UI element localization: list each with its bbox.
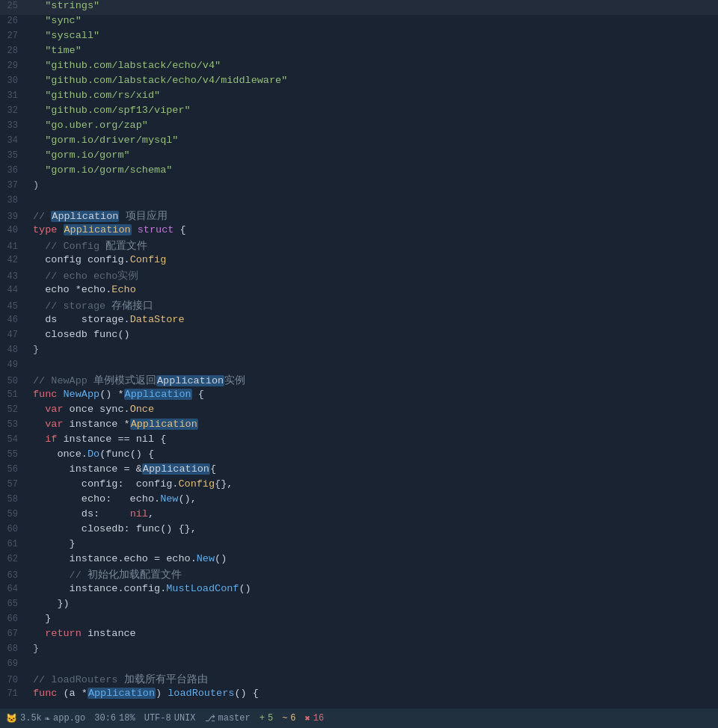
- token: }: [33, 344, 39, 355]
- line-content: "github.com/rs/xid": [33, 90, 718, 101]
- token: 加载所有平台路由: [124, 674, 208, 685]
- line-content: "gorm.io/gorm": [33, 149, 718, 161]
- line-content: [33, 658, 718, 669]
- line-number: 56: [0, 464, 24, 475]
- token: once sync.: [64, 404, 130, 415]
- line-content: ): [33, 179, 718, 191]
- line-content: func (a *Application) loadRouters() {: [33, 688, 718, 699]
- token: func: [33, 389, 64, 400]
- token: //: [33, 570, 88, 581]
- line-content: instance = &Application{: [33, 463, 718, 475]
- line-number: 28: [0, 46, 24, 56]
- error-icon: ✖: [305, 713, 310, 724]
- code-line: 64 instance.config.MustLoadConf(): [0, 583, 718, 598]
- code-line: 68}: [0, 643, 718, 658]
- status-added: +5: [260, 713, 273, 724]
- code-editor[interactable]: 25 "strings"26 "sync"27 "syscall"28 "tim…: [0, 0, 718, 709]
- token: (func() {: [99, 448, 154, 460]
- code-line: 59 ds: nil,: [0, 508, 718, 523]
- token: var: [45, 419, 63, 430]
- line-content: if instance == nil {: [33, 434, 718, 445]
- line-number: 37: [0, 180, 24, 191]
- line-number: 43: [0, 271, 24, 282]
- token: {: [210, 463, 216, 475]
- position-text: 30:6: [94, 713, 116, 724]
- line-number: 55: [0, 449, 24, 460]
- line-number: 59: [0, 509, 24, 519]
- token: }: [33, 613, 51, 624]
- line-content: "github.com/spf13/viper": [33, 105, 718, 116]
- token: var: [45, 404, 63, 415]
- line-number: 63: [0, 570, 24, 581]
- line-number: 65: [0, 599, 24, 609]
- line-number: 71: [0, 688, 24, 699]
- token: instance: [82, 628, 136, 639]
- code-line: 31 "github.com/rs/xid": [0, 90, 718, 105]
- line-content: echo: echo.New(),: [33, 493, 718, 505]
- token: "go.uber.org/zap": [33, 120, 148, 131]
- line-content: // loadRouters 加载所有平台路由: [33, 673, 718, 686]
- token: [33, 419, 45, 430]
- token: // storage: [33, 300, 111, 312]
- token: "strings": [33, 0, 99, 11]
- token: DataStore: [130, 314, 185, 325]
- token: echo *echo.: [33, 284, 111, 295]
- code-line: 54 if instance == nil {: [0, 434, 718, 448]
- code-line: 25 "strings": [0, 0, 718, 15]
- token: () *: [99, 389, 123, 400]
- token: (),: [178, 493, 196, 505]
- line-number: 33: [0, 120, 24, 131]
- token: {: [192, 389, 204, 400]
- line-content: "gorm.io/driver/mysql": [33, 135, 718, 146]
- token: "syscall": [33, 30, 99, 41]
- token: closedb func(): [33, 329, 130, 340]
- token: closedb: func() {},: [33, 523, 197, 534]
- code-line: 39// Application 项目应用: [0, 209, 718, 224]
- line-content: }: [33, 538, 718, 549]
- line-content: "time": [33, 45, 718, 56]
- token: MustLoadConf: [166, 583, 239, 594]
- error-count: 16: [313, 713, 324, 724]
- token: () {: [234, 688, 258, 699]
- token: [132, 224, 138, 235]
- line-content: instance.config.MustLoadConf(): [33, 583, 718, 594]
- status-bar: 🐱 3.5k ❧ app.go 30:6 18% UTF-8 UNIX ⎇ ma…: [0, 709, 718, 728]
- code-line: 65 }): [0, 598, 718, 613]
- token: // loadRouters: [33, 674, 124, 685]
- token: instance *: [64, 419, 130, 430]
- spacer: ❧: [45, 713, 50, 724]
- token: instance = &: [33, 463, 142, 475]
- line-content: }: [33, 613, 718, 624]
- code-line: 28 "time": [0, 45, 718, 60]
- line-content: "gorm.io/gorm/schema": [33, 164, 718, 176]
- token: }: [33, 643, 39, 654]
- code-line: 70// loadRouters 加载所有平台路由: [0, 673, 718, 688]
- line-number: 69: [0, 658, 24, 669]
- code-line: 48}: [0, 344, 718, 359]
- status-errors: ✖16: [305, 713, 325, 724]
- token: ): [33, 179, 39, 191]
- line-content: // NewApp 单例模式返回Application实例: [33, 374, 718, 387]
- line-content: }: [33, 643, 718, 654]
- token: if: [45, 434, 57, 445]
- token: 项目应用: [119, 211, 167, 222]
- branch-name: master: [218, 713, 251, 724]
- token: {},: [215, 478, 233, 490]
- token: 单例模式返回: [93, 375, 156, 386]
- encoding-text: UTF-8: [144, 713, 171, 724]
- code-line: 69: [0, 658, 718, 673]
- token: "github.com/labstack/echo/v4/middleware": [33, 75, 287, 86]
- cat-icon: 🐱: [6, 713, 17, 724]
- token: config: config.: [33, 478, 178, 490]
- line-content: closedb func(): [33, 329, 718, 340]
- line-number: 40: [0, 225, 24, 235]
- code-line: 42 config config.Config: [0, 254, 718, 269]
- token: instance.config.: [33, 583, 166, 594]
- code-line: 45 // storage 存储接口: [0, 299, 718, 314]
- code-line: 62 instance.echo = echo.New(): [0, 553, 718, 568]
- token: func: [33, 688, 57, 699]
- token: 实例: [224, 375, 245, 386]
- line-ending-text: UNIX: [174, 713, 196, 724]
- token: Application: [130, 419, 198, 430]
- line-content: var instance *Application: [33, 419, 718, 430]
